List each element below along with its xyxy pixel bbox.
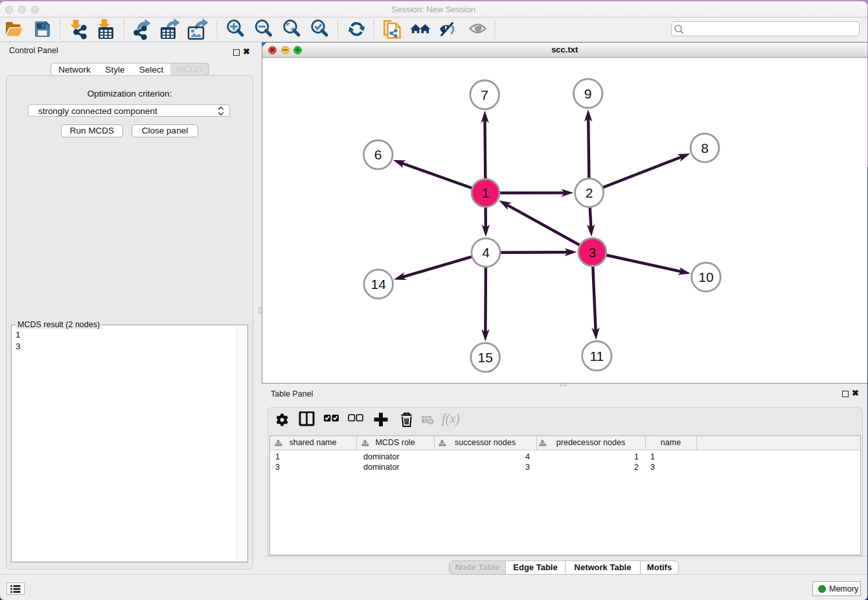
svg-text:3: 3	[589, 245, 597, 260]
svg-text:9: 9	[584, 86, 592, 101]
svg-text:f(x): f(x)	[442, 411, 460, 426]
svg-text:6: 6	[374, 147, 382, 162]
svg-text:8: 8	[702, 141, 709, 156]
svg-text:14: 14	[371, 277, 387, 292]
svg-text:7: 7	[481, 87, 489, 102]
svg-text:4: 4	[483, 245, 490, 260]
svg-text:11: 11	[590, 349, 604, 363]
svg-text:10: 10	[699, 270, 714, 284]
svg-text:1: 1	[482, 185, 490, 200]
svg-text:15: 15	[478, 350, 493, 365]
svg-text:2: 2	[586, 185, 593, 200]
